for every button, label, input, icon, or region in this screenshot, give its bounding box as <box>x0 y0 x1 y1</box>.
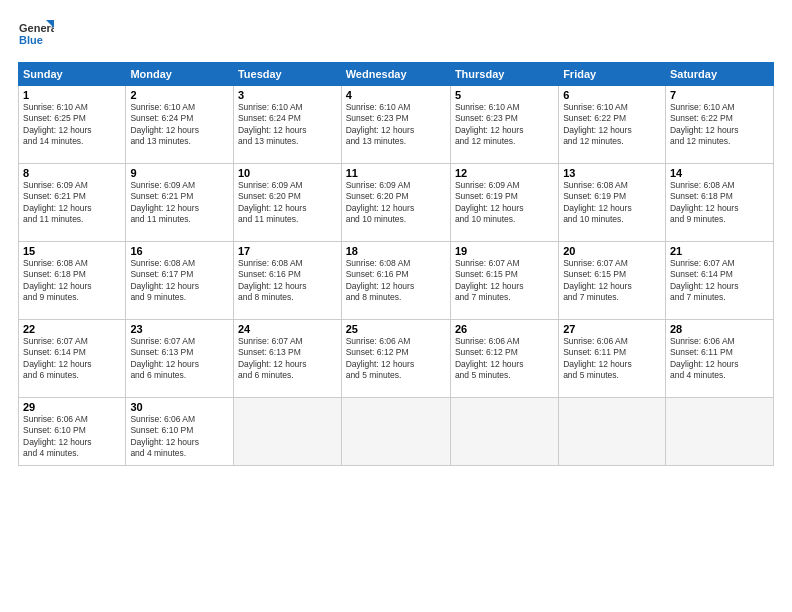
day-info: Sunrise: 6:07 AM Sunset: 6:13 PM Dayligh… <box>130 336 229 382</box>
day-number: 1 <box>23 89 121 101</box>
day-number: 8 <box>23 167 121 179</box>
day-cell: 26Sunrise: 6:06 AM Sunset: 6:12 PM Dayli… <box>450 320 558 398</box>
day-number: 3 <box>238 89 337 101</box>
day-number: 27 <box>563 323 661 335</box>
day-cell: 20Sunrise: 6:07 AM Sunset: 6:15 PM Dayli… <box>559 242 666 320</box>
day-info: Sunrise: 6:09 AM Sunset: 6:21 PM Dayligh… <box>130 180 229 226</box>
day-info: Sunrise: 6:10 AM Sunset: 6:22 PM Dayligh… <box>563 102 661 148</box>
day-number: 10 <box>238 167 337 179</box>
day-cell: 3Sunrise: 6:10 AM Sunset: 6:24 PM Daylig… <box>233 86 341 164</box>
day-number: 9 <box>130 167 229 179</box>
day-number: 5 <box>455 89 554 101</box>
day-cell: 16Sunrise: 6:08 AM Sunset: 6:17 PM Dayli… <box>126 242 234 320</box>
week-row-5: 29Sunrise: 6:06 AM Sunset: 6:10 PM Dayli… <box>19 398 774 466</box>
day-cell: 21Sunrise: 6:07 AM Sunset: 6:14 PM Dayli… <box>665 242 773 320</box>
day-cell <box>559 398 666 466</box>
day-info: Sunrise: 6:09 AM Sunset: 6:21 PM Dayligh… <box>23 180 121 226</box>
day-header-friday: Friday <box>559 63 666 86</box>
day-number: 26 <box>455 323 554 335</box>
day-number: 25 <box>346 323 446 335</box>
day-cell: 6Sunrise: 6:10 AM Sunset: 6:22 PM Daylig… <box>559 86 666 164</box>
day-number: 24 <box>238 323 337 335</box>
day-info: Sunrise: 6:06 AM Sunset: 6:10 PM Dayligh… <box>23 414 121 460</box>
day-info: Sunrise: 6:10 AM Sunset: 6:22 PM Dayligh… <box>670 102 769 148</box>
day-info: Sunrise: 6:08 AM Sunset: 6:16 PM Dayligh… <box>346 258 446 304</box>
day-info: Sunrise: 6:07 AM Sunset: 6:14 PM Dayligh… <box>23 336 121 382</box>
day-cell: 8Sunrise: 6:09 AM Sunset: 6:21 PM Daylig… <box>19 164 126 242</box>
day-number: 21 <box>670 245 769 257</box>
day-info: Sunrise: 6:06 AM Sunset: 6:12 PM Dayligh… <box>455 336 554 382</box>
day-number: 19 <box>455 245 554 257</box>
day-cell: 27Sunrise: 6:06 AM Sunset: 6:11 PM Dayli… <box>559 320 666 398</box>
day-cell: 1Sunrise: 6:10 AM Sunset: 6:25 PM Daylig… <box>19 86 126 164</box>
day-number: 28 <box>670 323 769 335</box>
day-info: Sunrise: 6:07 AM Sunset: 6:14 PM Dayligh… <box>670 258 769 304</box>
week-row-1: 1Sunrise: 6:10 AM Sunset: 6:25 PM Daylig… <box>19 86 774 164</box>
day-info: Sunrise: 6:06 AM Sunset: 6:11 PM Dayligh… <box>670 336 769 382</box>
day-cell: 12Sunrise: 6:09 AM Sunset: 6:19 PM Dayli… <box>450 164 558 242</box>
day-cell: 4Sunrise: 6:10 AM Sunset: 6:23 PM Daylig… <box>341 86 450 164</box>
day-info: Sunrise: 6:10 AM Sunset: 6:24 PM Dayligh… <box>238 102 337 148</box>
day-cell <box>665 398 773 466</box>
day-cell <box>341 398 450 466</box>
day-number: 2 <box>130 89 229 101</box>
day-number: 23 <box>130 323 229 335</box>
day-info: Sunrise: 6:07 AM Sunset: 6:15 PM Dayligh… <box>455 258 554 304</box>
day-info: Sunrise: 6:06 AM Sunset: 6:10 PM Dayligh… <box>130 414 229 460</box>
day-info: Sunrise: 6:10 AM Sunset: 6:25 PM Dayligh… <box>23 102 121 148</box>
day-cell: 18Sunrise: 6:08 AM Sunset: 6:16 PM Dayli… <box>341 242 450 320</box>
day-info: Sunrise: 6:07 AM Sunset: 6:13 PM Dayligh… <box>238 336 337 382</box>
day-cell: 5Sunrise: 6:10 AM Sunset: 6:23 PM Daylig… <box>450 86 558 164</box>
day-number: 11 <box>346 167 446 179</box>
day-number: 14 <box>670 167 769 179</box>
day-number: 17 <box>238 245 337 257</box>
week-row-3: 15Sunrise: 6:08 AM Sunset: 6:18 PM Dayli… <box>19 242 774 320</box>
calendar-page: General Blue SundayMondayTuesdayWednesda… <box>0 0 792 612</box>
day-header-row: SundayMondayTuesdayWednesdayThursdayFrid… <box>19 63 774 86</box>
day-number: 20 <box>563 245 661 257</box>
day-number: 29 <box>23 401 121 413</box>
day-header-thursday: Thursday <box>450 63 558 86</box>
day-number: 7 <box>670 89 769 101</box>
day-header-monday: Monday <box>126 63 234 86</box>
day-cell: 24Sunrise: 6:07 AM Sunset: 6:13 PM Dayli… <box>233 320 341 398</box>
day-cell: 15Sunrise: 6:08 AM Sunset: 6:18 PM Dayli… <box>19 242 126 320</box>
day-cell: 14Sunrise: 6:08 AM Sunset: 6:18 PM Dayli… <box>665 164 773 242</box>
day-number: 12 <box>455 167 554 179</box>
day-info: Sunrise: 6:08 AM Sunset: 6:18 PM Dayligh… <box>23 258 121 304</box>
day-info: Sunrise: 6:08 AM Sunset: 6:19 PM Dayligh… <box>563 180 661 226</box>
day-number: 15 <box>23 245 121 257</box>
day-cell: 9Sunrise: 6:09 AM Sunset: 6:21 PM Daylig… <box>126 164 234 242</box>
day-number: 4 <box>346 89 446 101</box>
day-cell <box>450 398 558 466</box>
day-cell: 25Sunrise: 6:06 AM Sunset: 6:12 PM Dayli… <box>341 320 450 398</box>
header: General Blue <box>18 18 774 54</box>
day-info: Sunrise: 6:08 AM Sunset: 6:16 PM Dayligh… <box>238 258 337 304</box>
logo: General Blue <box>18 18 56 54</box>
day-cell: 11Sunrise: 6:09 AM Sunset: 6:20 PM Dayli… <box>341 164 450 242</box>
day-info: Sunrise: 6:08 AM Sunset: 6:18 PM Dayligh… <box>670 180 769 226</box>
day-info: Sunrise: 6:09 AM Sunset: 6:20 PM Dayligh… <box>238 180 337 226</box>
day-cell: 7Sunrise: 6:10 AM Sunset: 6:22 PM Daylig… <box>665 86 773 164</box>
week-row-2: 8Sunrise: 6:09 AM Sunset: 6:21 PM Daylig… <box>19 164 774 242</box>
day-cell: 17Sunrise: 6:08 AM Sunset: 6:16 PM Dayli… <box>233 242 341 320</box>
day-cell: 23Sunrise: 6:07 AM Sunset: 6:13 PM Dayli… <box>126 320 234 398</box>
day-info: Sunrise: 6:06 AM Sunset: 6:11 PM Dayligh… <box>563 336 661 382</box>
day-header-wednesday: Wednesday <box>341 63 450 86</box>
day-info: Sunrise: 6:09 AM Sunset: 6:19 PM Dayligh… <box>455 180 554 226</box>
day-number: 22 <box>23 323 121 335</box>
day-number: 18 <box>346 245 446 257</box>
svg-text:General: General <box>19 22 54 34</box>
day-cell <box>233 398 341 466</box>
day-number: 30 <box>130 401 229 413</box>
day-cell: 28Sunrise: 6:06 AM Sunset: 6:11 PM Dayli… <box>665 320 773 398</box>
day-info: Sunrise: 6:10 AM Sunset: 6:23 PM Dayligh… <box>346 102 446 148</box>
day-number: 13 <box>563 167 661 179</box>
day-info: Sunrise: 6:10 AM Sunset: 6:24 PM Dayligh… <box>130 102 229 148</box>
day-info: Sunrise: 6:07 AM Sunset: 6:15 PM Dayligh… <box>563 258 661 304</box>
day-info: Sunrise: 6:10 AM Sunset: 6:23 PM Dayligh… <box>455 102 554 148</box>
calendar-table: SundayMondayTuesdayWednesdayThursdayFrid… <box>18 62 774 466</box>
day-cell: 29Sunrise: 6:06 AM Sunset: 6:10 PM Dayli… <box>19 398 126 466</box>
day-header-sunday: Sunday <box>19 63 126 86</box>
day-cell: 30Sunrise: 6:06 AM Sunset: 6:10 PM Dayli… <box>126 398 234 466</box>
